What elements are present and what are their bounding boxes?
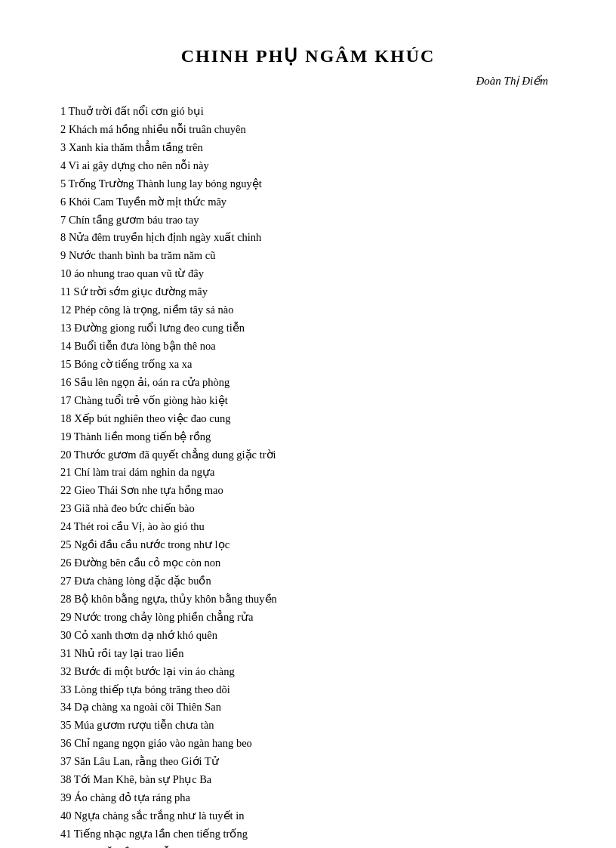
list-item: 11 Sứ trời sớm giục đường mây: [60, 283, 556, 301]
list-item: 27 Đưa chàng lòng dặc dặc buồn: [60, 572, 556, 591]
list-item: 33 Lòng thiếp tựa bóng trăng theo dõi: [60, 681, 556, 699]
list-item: 18 Xếp bút nghiên theo việc đao cung: [60, 410, 556, 428]
list-item: 2 Khách má hồng nhiều nỗi truân chuyên: [60, 121, 556, 139]
list-item: 4 Vì ai gây dựng cho nên nỗi này: [60, 157, 556, 175]
list-item: 35 Múa gươm rượu tiễn chưa tàn: [60, 717, 556, 735]
list-item: 14 Buổi tiễn đưa lòng bận thê noa: [60, 338, 556, 356]
list-item: 5 Trống Trường Thành lung lay bóng nguyệ…: [60, 175, 556, 193]
list-item: 15 Bóng cờ tiếng trống xa xa: [60, 356, 556, 374]
list-item: 13 Đường giong ruổi lưng đeo cung tiễn: [60, 319, 556, 338]
list-item: 29 Nước trong chảy lòng phiền chẳng rửa: [60, 609, 556, 627]
list-item: 9 Nước thanh bình ba trăm năm cũ: [60, 247, 556, 265]
list-item: 34 Dạ chàng xa ngoài cõi Thiên San: [60, 698, 556, 717]
list-item: 8 Nửa đêm truyền hịch định ngày xuất chi…: [60, 229, 556, 247]
list-item: 42 Giáp mặt rồi phút bỗng chia tay: [60, 843, 556, 848]
list-item: 30 Cỏ xanh thơm dạ nhớ khó quên: [60, 627, 556, 645]
list-item: 26 Đường bên cầu cỏ mọc còn non: [60, 554, 556, 572]
list-item: 17 Chàng tuổi trẻ vốn giòng hào kiệt: [60, 392, 556, 410]
list-item: 7 Chín tầng gươm báu trao tay: [60, 211, 556, 230]
page-title: CHINH PHỤ NGÂM KHÚC: [60, 45, 556, 66]
list-item: 28 Bộ khôn bằng ngựa, thủy khôn bằng thu…: [60, 591, 556, 609]
list-item: 25 Ngồi đầu cầu nước trong như lọc: [60, 536, 556, 554]
list-item: 21 Chí làm trai dám nghin da ngựa: [60, 464, 556, 482]
list-item: 20 Thước gươm đã quyết chẳng dung giặc t…: [60, 446, 556, 464]
author: Đoàn Thị Điểm: [60, 74, 556, 88]
list-item: 37 Săn Lâu Lan, rằng theo Giới Tử: [60, 753, 556, 771]
list-item: 22 Gieo Thái Sơn nhe tựa hồng mao: [60, 482, 556, 500]
list-item: 23 Giã nhà đeo bức chiến bào: [60, 500, 556, 518]
list-item: 36 Chỉ ngang ngọn giáo vào ngàn hang beo: [60, 735, 556, 753]
list-item: 16 Sầu lên ngọn ải, oán ra cửa phòng: [60, 374, 556, 392]
list-item: 32 Bước đi một bước lại vin áo chàng: [60, 663, 556, 681]
list-item: 24 Thét roi cầu Vị, ào ào gió thu: [60, 518, 556, 536]
list-item: 12 Phép công là trọng, niềm tây sá nào: [60, 301, 556, 319]
list-item: 38 Tới Man Khê, bàn sự Phục Ba: [60, 771, 556, 789]
list-item: 19 Thành liền mong tiến bệ rồng: [60, 428, 556, 446]
list-item: 40 Ngựa chàng sắc trắng như là tuyết in: [60, 807, 556, 825]
list-item: 6 Khói Cam Tuyền mờ mịt thức mây: [60, 193, 556, 211]
poem-lines: 1 Thuở trời đất nổi cơn gió bụi2 Khách m…: [60, 103, 556, 848]
list-item: 41 Tiếng nhạc ngựa lần chen tiếng trống: [60, 825, 556, 843]
list-item: 10 áo nhung trao quan vũ từ đây: [60, 265, 556, 283]
list-item: 1 Thuở trời đất nổi cơn gió bụi: [60, 103, 556, 121]
list-item: 3 Xanh kia thăm thẳm tầng trên: [60, 139, 556, 157]
list-item: 31 Nhủ rồi tay lại trao liền: [60, 645, 556, 663]
list-item: 39 Áo chàng đỏ tựa ráng pha: [60, 789, 556, 807]
